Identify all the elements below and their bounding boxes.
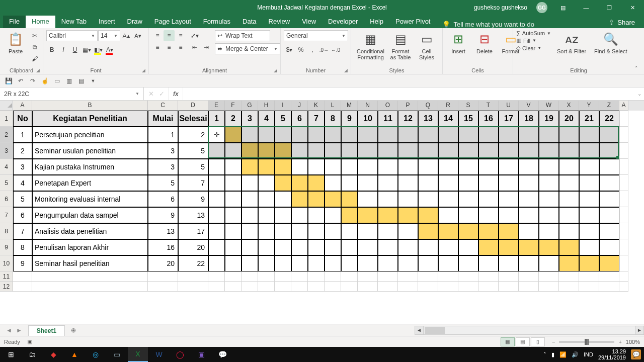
cell[interactable] bbox=[619, 207, 628, 223]
cell[interactable]: 20 bbox=[178, 239, 208, 255]
macro-record-icon[interactable]: ▣ bbox=[27, 338, 32, 345]
cell[interactable] bbox=[242, 127, 258, 143]
cell[interactable]: 16 bbox=[148, 239, 178, 255]
cell[interactable] bbox=[559, 272, 579, 282]
cell[interactable]: Penulisan laporan Akhir bbox=[32, 239, 148, 255]
hscroll-track[interactable] bbox=[424, 326, 635, 335]
cell[interactable] bbox=[258, 191, 275, 207]
maximize-button[interactable]: ❐ bbox=[598, 0, 621, 15]
cancel-formula-icon[interactable]: ✕ bbox=[148, 90, 154, 98]
hscroll-left-icon[interactable]: ◄ bbox=[415, 326, 424, 335]
row-header[interactable]: 12 bbox=[0, 282, 13, 292]
cell[interactable]: 5 bbox=[13, 191, 32, 207]
cell[interactable] bbox=[242, 191, 258, 207]
row-header[interactable]: 1 bbox=[0, 111, 13, 127]
row-header[interactable]: 10 bbox=[0, 255, 13, 272]
insert-function-icon[interactable]: fx bbox=[169, 87, 183, 100]
column-header[interactable]: C bbox=[148, 101, 178, 111]
cell[interactable] bbox=[208, 127, 225, 143]
column-header[interactable]: Q bbox=[418, 101, 438, 111]
cell[interactable] bbox=[275, 239, 291, 255]
cell[interactable] bbox=[619, 272, 628, 282]
cell[interactable] bbox=[325, 143, 341, 159]
cell[interactable] bbox=[418, 159, 438, 175]
cell[interactable] bbox=[275, 159, 291, 175]
cell[interactable]: 17 bbox=[178, 223, 208, 239]
cell[interactable] bbox=[418, 272, 438, 282]
name-box[interactable]: 2R x 22C▼ bbox=[0, 87, 144, 100]
tab-data[interactable]: Data bbox=[236, 16, 262, 28]
cell[interactable] bbox=[208, 207, 225, 223]
cell[interactable] bbox=[398, 191, 418, 207]
cell[interactable] bbox=[378, 207, 398, 223]
wifi-icon[interactable]: 📶 bbox=[559, 351, 567, 358]
zoom-level[interactable]: 100% bbox=[626, 339, 640, 345]
column-header[interactable]: A bbox=[619, 101, 628, 111]
cell[interactable]: 12 bbox=[398, 111, 418, 127]
cell[interactable] bbox=[579, 282, 599, 292]
column-header[interactable]: A bbox=[13, 101, 32, 111]
cell[interactable]: 9 bbox=[341, 111, 358, 127]
cell[interactable] bbox=[619, 191, 628, 207]
cell[interactable] bbox=[242, 282, 258, 292]
cell[interactable] bbox=[358, 127, 378, 143]
bold-button[interactable]: B bbox=[46, 44, 57, 55]
cell[interactable] bbox=[579, 159, 599, 175]
cell[interactable]: 9 bbox=[148, 207, 178, 223]
cell[interactable] bbox=[148, 282, 178, 292]
cell[interactable] bbox=[32, 282, 148, 292]
cell[interactable] bbox=[619, 175, 628, 191]
cell[interactable] bbox=[599, 207, 619, 223]
fill-color-button[interactable]: ◧▾ bbox=[93, 44, 104, 55]
cell[interactable] bbox=[275, 282, 291, 292]
fill-button[interactable]: ▥Fill▼ bbox=[516, 37, 551, 44]
cell[interactable]: No bbox=[13, 111, 32, 127]
cell[interactable] bbox=[378, 239, 398, 255]
cell[interactable] bbox=[458, 223, 478, 239]
cell[interactable] bbox=[308, 159, 325, 175]
cell[interactable] bbox=[325, 239, 341, 255]
column-header[interactable]: L bbox=[325, 101, 341, 111]
tab-insert[interactable]: Insert bbox=[93, 16, 121, 28]
number-format-combo[interactable]: General▼ bbox=[284, 30, 348, 41]
font-color-button[interactable]: A▾ bbox=[104, 44, 115, 55]
cell[interactable] bbox=[325, 207, 341, 223]
cell[interactable]: 14 bbox=[438, 111, 458, 127]
cell[interactable] bbox=[418, 127, 438, 143]
font-name-combo[interactable]: Calibri▼ bbox=[46, 30, 98, 41]
cell[interactable] bbox=[242, 239, 258, 255]
enter-formula-icon[interactable]: ✓ bbox=[159, 90, 165, 98]
cell[interactable] bbox=[208, 191, 225, 207]
cell[interactable] bbox=[225, 159, 242, 175]
column-header[interactable]: Y bbox=[579, 101, 599, 111]
cell[interactable]: 6 bbox=[13, 207, 32, 223]
cell[interactable] bbox=[499, 223, 519, 239]
cell[interactable] bbox=[358, 143, 378, 159]
cell[interactable] bbox=[619, 111, 628, 127]
cell[interactable]: 4 bbox=[258, 111, 275, 127]
customize-qat-icon[interactable]: ▼ bbox=[88, 75, 99, 86]
cell[interactable] bbox=[519, 207, 539, 223]
cell[interactable] bbox=[478, 239, 499, 255]
expand-formula-bar-icon[interactable]: ⌄ bbox=[635, 87, 644, 100]
cell[interactable] bbox=[308, 272, 325, 282]
whatsapp-icon[interactable]: 💬 bbox=[212, 347, 232, 362]
cell[interactable] bbox=[13, 272, 32, 282]
cell[interactable] bbox=[258, 175, 275, 191]
cell[interactable] bbox=[308, 282, 325, 292]
cell[interactable] bbox=[341, 127, 358, 143]
cell[interactable] bbox=[519, 272, 539, 282]
cell[interactable] bbox=[438, 175, 458, 191]
column-header[interactable]: B bbox=[32, 101, 148, 111]
column-header[interactable]: Z bbox=[599, 101, 619, 111]
cell[interactable] bbox=[539, 143, 559, 159]
cell[interactable] bbox=[308, 191, 325, 207]
cell[interactable] bbox=[225, 175, 242, 191]
cell[interactable]: 7 bbox=[178, 175, 208, 191]
orientation-icon[interactable]: ⤢▾ bbox=[189, 30, 200, 41]
format-as-table-button[interactable]: ▤Format as Table bbox=[388, 30, 413, 61]
row-header[interactable]: 5 bbox=[0, 175, 13, 191]
cell[interactable] bbox=[341, 159, 358, 175]
cell[interactable] bbox=[619, 127, 628, 143]
tab-power-pivot[interactable]: Power Pivot bbox=[389, 16, 436, 28]
